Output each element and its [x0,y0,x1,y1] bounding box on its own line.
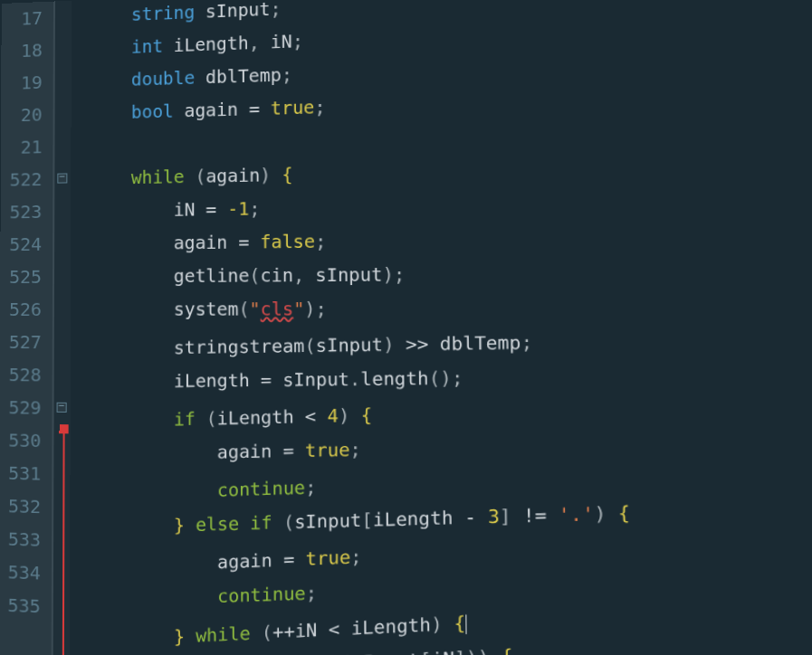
token-ident: sInput [294,509,361,532]
token-ident: dblTemp [440,331,521,354]
line-number: 524 [7,228,42,261]
token-op: = [250,369,283,390]
token-ident: iN [174,199,196,220]
token-punct: ; [315,231,326,252]
token-type: bool [131,100,174,121]
token-ident: again [217,441,272,462]
token-op: < [294,405,328,427]
token-ident: iLength [174,369,250,391]
token-ident: iN [295,619,318,641]
line-number: 527 [7,326,42,358]
fold-toggle[interactable] [57,403,67,413]
token-punct: ])) [454,645,502,655]
token-punct: ; [270,0,281,19]
token-punct: ; [314,97,325,118]
fold-toggle[interactable] [57,173,67,183]
token-func: system [174,299,239,319]
line-number: 530 [6,423,41,457]
token-op: = [272,440,305,461]
token-ident: iLength [373,507,454,530]
breakpoint-marker[interactable] [60,424,69,433]
token-punct: ); [382,264,405,285]
line-number: 535 [5,588,40,622]
token-bool: true [306,546,351,569]
line-number: 531 [6,457,41,490]
code-area[interactable]: string sInput; int iLength, iN; double d… [70,0,812,655]
token-punct: ; [282,64,292,85]
token-type: double [131,67,195,89]
token-op: >> [406,333,440,355]
line-number: 532 [6,489,41,523]
token-ident: again [217,549,272,572]
token-ident: iLength [174,33,249,55]
token-op: != [523,504,559,527]
token-punct: ) [594,502,618,525]
token-bracket: { [618,501,631,523]
token-op: = [272,548,306,571]
line-number: 20 [8,99,43,132]
token-bool: true [305,439,350,460]
token-ident: dblTemp [205,64,282,87]
token-str-err: cls [261,299,294,319]
token-punct: ; [521,331,532,353]
token-punct: [ [420,649,432,655]
code-line[interactable]: getline(cin, sInput); [89,253,812,293]
token-str: " [293,299,304,319]
token-func: getline [174,265,250,286]
line-number: 529 [6,391,41,424]
code-line[interactable]: system("cls"); [89,290,812,326]
token-punct: ) [339,404,361,426]
token-ident: again [174,232,227,252]
token-type: string [131,2,195,24]
token-op: < [317,617,350,640]
token-bracket: { [282,164,292,185]
token-ident: iN [271,31,292,52]
token-str: " [250,299,261,319]
token-punct: ( [283,511,294,532]
token-bracket: } [174,514,185,535]
token-bracket: { [454,612,465,633]
token-ident: sInput [205,0,271,22]
token-ident: again [205,165,260,186]
token-punct: ( [206,408,217,429]
line-number: 21 [8,130,43,164]
line-number: 19 [8,66,43,100]
token-kw: continue [217,477,305,500]
line-number: 523 [7,195,42,228]
line-number: 526 [7,293,42,326]
token-op: = [227,232,260,252]
line-number: 534 [6,555,41,590]
token-ident: again [185,99,238,120]
token-op: = [238,98,271,119]
token-punct: ; [305,476,316,497]
token-punct: ; [292,31,303,52]
token-func: length [360,367,428,389]
token-punct: [ [361,509,373,531]
token-num: 4 [327,404,339,425]
token-punct: ) [431,612,454,635]
line-number: 525 [7,261,42,293]
token-func: stringstream [174,335,305,357]
token-punct: (); [428,367,463,389]
token-kw: if [174,408,196,429]
code-editor: 1718192021522523524525526527528529530531… [0,0,812,655]
token-ident: cin [260,265,293,286]
token-ident: sInput [316,334,383,356]
token-op: = [195,199,227,220]
token-ident: sInput [315,264,382,285]
token-punct: ( [238,299,249,319]
line-number: 528 [7,358,42,391]
token-ident: iLength [217,406,294,429]
line-number: 533 [6,522,41,556]
token-bracket: } [174,625,185,647]
token-punct: ; [306,582,317,603]
token-bracket: { [501,645,512,655]
token-punct: ( [304,335,315,356]
token-str: '.' [559,503,595,526]
token-bool: false [260,231,315,252]
token-ident: sInput [282,368,349,390]
token-num: -1 [227,198,249,219]
token-ident: iN [431,648,454,655]
token-punct: ( [262,622,272,643]
line-number-gutter: 1718192021522523524525526527528529530531… [0,1,55,655]
